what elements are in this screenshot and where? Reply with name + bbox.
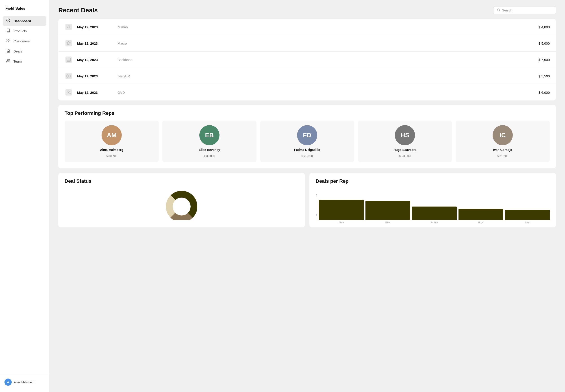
deals-icon [6, 49, 11, 54]
sidebar-team-label: Team [14, 59, 22, 63]
sidebar-item-products[interactable]: Products [3, 26, 46, 36]
company-icon [66, 24, 72, 30]
deal-date: May 12, 2023 [77, 74, 113, 78]
rep-name: Fatima Delgadillo [294, 148, 320, 152]
deals-per-rep-title: Deals per Rep [309, 173, 556, 189]
search-icon [497, 8, 500, 12]
rep-avatar-placeholder: EB [199, 125, 220, 145]
bar-label: Hugo [458, 221, 503, 224]
reps-grid: AM Alma Malmberg $ 30,700 EB Elise Bever… [58, 121, 556, 168]
svg-marker-12 [67, 41, 71, 45]
deal-status-card: Deal Status [58, 173, 305, 227]
bar [365, 201, 410, 220]
rep-avatar: AM [102, 125, 122, 145]
svg-rect-13 [67, 58, 71, 62]
bar [505, 210, 550, 220]
deal-icon [65, 39, 73, 47]
bar-label: Alma [319, 221, 364, 224]
svg-point-11 [68, 25, 69, 27]
deal-company: Backbone [117, 58, 523, 62]
deal-company: human [117, 25, 523, 29]
rep-avatar: HS [395, 125, 415, 145]
sidebar-item-customers[interactable]: Customers [3, 36, 46, 46]
donut-chart [164, 189, 200, 220]
rep-avatar: EB [199, 125, 220, 145]
table-row[interactable]: May 12, 2023 berryHR $ 5,500 [58, 68, 556, 84]
company-icon [66, 89, 72, 96]
bar-chart-area: 5 4 AlmaEliseFatimaHugoIvan [309, 189, 556, 227]
rep-card[interactable]: HS Hugo Saavedra $ 23,000 [358, 121, 452, 162]
rep-name: Hugo Saavedra [393, 148, 416, 152]
top-reps-title: Top Performing Reps [58, 105, 556, 121]
sidebar-item-team[interactable]: Team [3, 56, 46, 66]
rep-avatar-placeholder: HS [395, 125, 415, 145]
deal-company: OVD [117, 91, 523, 94]
deal-icon [65, 88, 73, 97]
rep-card[interactable]: EB Elise Beverley $ 30,000 [162, 121, 257, 162]
sidebar-customers-label: Customers [14, 39, 30, 43]
rep-amount: $ 21,200 [497, 154, 509, 158]
page-title: Recent Deals [58, 7, 98, 14]
company-icon [66, 40, 72, 46]
bar [458, 209, 503, 220]
rep-card[interactable]: AM Alma Malmberg $ 30,700 [65, 121, 159, 162]
company-icon [66, 56, 72, 63]
table-row[interactable]: May 12, 2023 Macro $ 5,000 [58, 35, 556, 52]
rep-card[interactable]: IC Ivan Cornejo $ 21,200 [455, 121, 550, 162]
rep-amount: $ 30,700 [106, 154, 117, 158]
deal-amount: $ 5,000 [527, 42, 550, 45]
search-input[interactable] [502, 9, 552, 12]
bottom-row: Deal Status Deals per Rep 5 [58, 173, 556, 227]
deal-date: May 12, 2023 [77, 25, 113, 29]
bar-label: Fatima [412, 221, 457, 224]
sidebar-user-name: Alma Malmberg [14, 380, 34, 384]
svg-point-0 [7, 19, 10, 22]
sidebar-deals-label: Deals [14, 49, 22, 53]
deal-amount: $ 4,000 [527, 25, 550, 29]
deal-icon [65, 72, 73, 80]
rep-avatar-placeholder: AM [102, 125, 122, 145]
rep-name: Alma Malmberg [100, 148, 123, 152]
user-avatar: A [4, 378, 12, 386]
table-row[interactable]: May 12, 2023 Backbone $ 7,500 [58, 52, 556, 68]
deal-icon [65, 23, 73, 31]
svg-point-17 [68, 91, 69, 92]
rep-avatar-placeholder: IC [493, 125, 513, 145]
search-box[interactable] [493, 6, 556, 14]
deal-amount: $ 7,500 [527, 58, 550, 62]
sidebar-item-dashboard[interactable]: Dashboard [3, 16, 46, 26]
sidebar-item-deals[interactable]: Deals [3, 46, 46, 56]
y-label-5: 5 [316, 194, 317, 197]
svg-rect-3 [9, 39, 10, 40]
svg-rect-2 [7, 39, 8, 40]
svg-line-10 [499, 11, 500, 11]
table-row[interactable]: May 12, 2023 human $ 4,000 [58, 19, 556, 35]
dashboard-icon [6, 18, 11, 24]
sidebar-footer: A Alma Malmberg [0, 374, 49, 392]
rep-card[interactable]: FD Fatima Delgadillo $ 26,900 [260, 121, 354, 162]
rep-avatar: IC [493, 125, 513, 145]
rep-amount: $ 26,900 [302, 154, 313, 158]
company-icon [66, 73, 72, 79]
deals-per-rep-card: Deals per Rep 5 4 AlmaEliseFatimaHugoIva… [309, 173, 556, 227]
deals-table: May 12, 2023 human $ 4,000 May 12, 2023 … [58, 19, 556, 100]
app-title: Field Sales [0, 0, 49, 16]
sidebar: Field Sales Dashboard Products [0, 0, 49, 392]
deal-icon [65, 56, 73, 64]
rep-avatar: FD [297, 125, 317, 145]
top-reps-card: Top Performing Reps AM Alma Malmberg $ 3… [58, 105, 556, 168]
rep-name: Elise Beverley [199, 148, 220, 152]
bar [412, 207, 457, 220]
main-header: Recent Deals [49, 0, 565, 19]
team-icon [6, 59, 11, 64]
table-row[interactable]: May 12, 2023 OVD $ 6,000 [58, 84, 556, 100]
main-content: Recent Deals May 12, 2023 human $ 4,000 [49, 0, 565, 392]
svg-rect-4 [9, 41, 10, 42]
customers-icon [6, 39, 11, 44]
deal-amount: $ 6,000 [527, 91, 550, 94]
rep-amount: $ 30,000 [204, 154, 215, 158]
deal-company: Macro [117, 42, 523, 45]
deal-amount: $ 5,500 [527, 74, 550, 78]
deal-date: May 12, 2023 [77, 91, 113, 94]
deal-date: May 12, 2023 [77, 42, 113, 45]
